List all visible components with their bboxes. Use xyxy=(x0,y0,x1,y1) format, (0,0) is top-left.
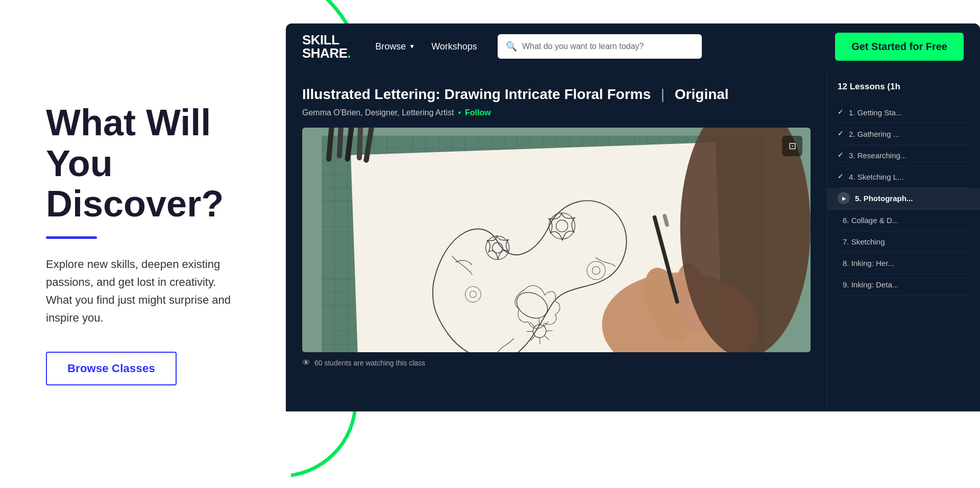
lesson-check-icon: ✓ xyxy=(838,108,844,116)
lesson-item[interactable]: 6. Collage & D... xyxy=(838,210,970,231)
hero-section: What Will You Discover? Explore new skil… xyxy=(0,0,291,488)
browse-classes-button[interactable]: Browse Classes xyxy=(46,352,177,385)
lesson-label: 3. Researching... xyxy=(849,150,906,161)
search-icon: 🔍 xyxy=(506,41,517,52)
main-content: Illustrated Lettering: Drawing Intricate… xyxy=(286,69,827,411)
pip-icon: ⊡ xyxy=(789,140,796,152)
course-title: Illustrated Lettering: Drawing Intricate… xyxy=(302,86,811,103)
get-started-button[interactable]: Get Started for Free xyxy=(835,33,964,61)
lesson-check-icon: ✓ xyxy=(838,129,844,137)
hero-divider xyxy=(46,236,97,239)
viewers-text: 60 students are watching this class xyxy=(314,359,425,367)
author-name: Gemma O'Brien, Designer, Lettering Artis… xyxy=(302,108,454,117)
search-placeholder-text: What do you want to learn today? xyxy=(522,42,644,51)
lesson-item[interactable]: ✓ 3. Researching... xyxy=(838,145,970,166)
lesson-check-icon: ✓ xyxy=(838,172,844,180)
lessons-header: 12 Lessons (1h xyxy=(838,82,970,92)
lesson-label: 5. Photograph... xyxy=(855,193,913,204)
lesson-item[interactable]: ✓ 1. Getting Sta... xyxy=(838,102,970,124)
lesson-check-icon: ✓ xyxy=(838,151,844,159)
author-dot: • xyxy=(458,108,461,117)
hero-description: Explore new skills, deepen existing pass… xyxy=(46,255,240,327)
lesson-label: 6. Collage & D... xyxy=(843,215,898,226)
author-line: Gemma O'Brien, Designer, Lettering Artis… xyxy=(302,108,811,117)
lessons-list: ✓ 1. Getting Sta... ✓ 2. Gathering ... ✓… xyxy=(838,102,970,296)
lessons-sidebar: 12 Lessons (1h ✓ 1. Getting Sta... ✓ 2. … xyxy=(827,69,980,411)
logo-line1: SKILL xyxy=(302,33,351,46)
lesson-label: 9. Inking: Deta... xyxy=(843,279,898,290)
skillshare-logo[interactable]: SKILL SHARE. xyxy=(302,33,351,60)
svg-point-81 xyxy=(680,128,811,352)
lesson-item[interactable]: 8. Inking: Her... xyxy=(838,253,970,274)
lesson-label: 1. Getting Sta... xyxy=(849,107,902,118)
eye-icon: 👁 xyxy=(302,358,310,368)
original-badge: Original xyxy=(675,86,729,102)
browse-chevron-icon: ▼ xyxy=(409,43,415,50)
search-bar[interactable]: 🔍 What do you want to learn today? xyxy=(498,34,702,59)
lesson-label: 4. Sketching L... xyxy=(849,172,904,182)
app-window: SKILL SHARE. Browse ▼ Workshops 🔍 What d… xyxy=(286,23,980,411)
logo-line2: SHARE. xyxy=(302,46,351,60)
pip-button[interactable]: ⊡ xyxy=(782,136,802,156)
lesson-item[interactable]: ▶ 5. Photograph... xyxy=(827,188,980,210)
content-area: Illustrated Lettering: Drawing Intricate… xyxy=(286,69,980,411)
lesson-item[interactable]: ✓ 4. Sketching L... xyxy=(838,166,970,188)
lesson-play-icon: ▶ xyxy=(838,192,850,204)
lesson-item[interactable]: 9. Inking: Deta... xyxy=(838,274,970,296)
lesson-label: 2. Gathering ... xyxy=(849,129,899,139)
browse-nav[interactable]: Browse ▼ xyxy=(375,41,415,52)
lesson-label: 7. Sketching xyxy=(843,236,885,247)
lesson-item[interactable]: ✓ 2. Gathering ... xyxy=(838,124,970,145)
lesson-label: 8. Inking: Her... xyxy=(843,258,894,269)
logo-dot: . xyxy=(348,45,351,61)
workshops-nav[interactable]: Workshops xyxy=(431,41,477,52)
hero-title: What Will You Discover? xyxy=(46,103,245,224)
navbar: SKILL SHARE. Browse ▼ Workshops 🔍 What d… xyxy=(286,23,980,69)
video-sketch-svg xyxy=(302,128,811,352)
video-player[interactable]: ⊡ xyxy=(302,128,811,352)
follow-button[interactable]: Follow xyxy=(465,108,491,117)
lesson-item[interactable]: 7. Sketching xyxy=(838,231,970,253)
viewers-bar: 👁 60 students are watching this class xyxy=(302,358,811,368)
video-controls: ⊡ xyxy=(782,136,802,156)
